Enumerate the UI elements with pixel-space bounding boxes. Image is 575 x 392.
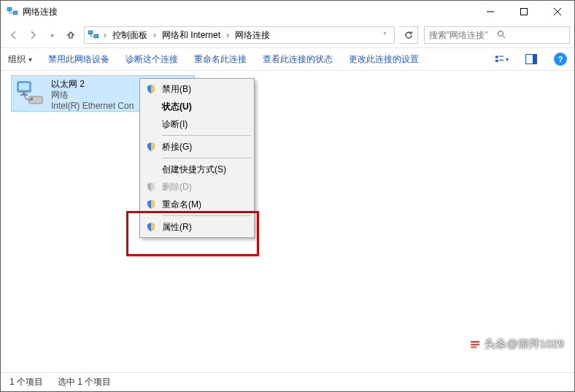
toutiao-icon [468, 338, 482, 351]
change-settings-button[interactable]: 更改此连接的设置 [349, 53, 419, 66]
menu-properties[interactable]: 属性(R) [142, 218, 252, 236]
connection-network: 网络 [51, 90, 134, 101]
svg-rect-19 [471, 341, 479, 343]
svg-rect-6 [495, 56, 498, 58]
chevron-right-icon[interactable]: › [102, 30, 108, 40]
search-icon [497, 30, 565, 41]
shield-icon [146, 142, 156, 152]
status-selected-count: 选中 1 个项目 [58, 376, 111, 388]
svg-rect-20 [471, 344, 479, 345]
svg-rect-9 [499, 60, 503, 61]
connection-adapter: Intel(R) Ethernet Con [51, 101, 134, 112]
shield-icon [146, 199, 156, 210]
svg-rect-0 [7, 7, 12, 11]
menu-rename[interactable]: 重命名(M) [142, 196, 252, 213]
svg-rect-21 [471, 346, 476, 347]
breadcrumb-network-connections[interactable]: 网络连接 [234, 29, 271, 42]
svg-rect-14 [23, 92, 26, 94]
recent-locations-button[interactable]: ▾ [43, 26, 61, 44]
search-placeholder: 搜索"网络连接" [429, 29, 497, 42]
shield-icon [146, 182, 156, 192]
svg-rect-8 [495, 60, 498, 62]
svg-rect-11 [533, 55, 537, 64]
svg-rect-13 [19, 83, 29, 90]
menu-delete: 删除(D) [142, 178, 252, 196]
breadcrumb-network-internet[interactable]: 网络和 Internet [161, 29, 222, 42]
menu-status[interactable]: 状态(U) [142, 98, 252, 115]
maximize-button[interactable] [507, 1, 541, 23]
command-bar: 组织 ▾ 禁用此网络设备 诊断这个连接 重命名此连接 查看此连接的状态 更改此连… [1, 47, 574, 71]
refresh-button[interactable] [399, 26, 418, 44]
menu-disable[interactable]: 禁用(B) [142, 80, 252, 98]
svg-rect-7 [499, 56, 503, 57]
content-area: 以太网 2 网络 Intel(R) Ethernet Con 禁用(B) 状态(… [1, 71, 574, 373]
svg-rect-2 [521, 9, 528, 15]
disable-device-button[interactable]: 禁用此网络设备 [48, 53, 109, 66]
diagnose-connection-button[interactable]: 诊断这个连接 [126, 53, 178, 66]
menu-create-shortcut[interactable]: 创建快捷方式(S) [142, 161, 252, 178]
svg-rect-3 [88, 31, 93, 34]
menu-separator [162, 135, 251, 136]
menu-separator [162, 158, 251, 158]
location-icon [88, 29, 99, 41]
menu-separator [162, 215, 251, 216]
view-options-button[interactable]: ▾ [495, 53, 509, 66]
minimize-button[interactable] [474, 1, 507, 23]
address-bar[interactable]: › 控制面板 › 网络和 Internet › 网络连接 ˅ [84, 26, 395, 44]
address-dropdown-button[interactable]: ˅ [378, 31, 391, 39]
watermark: 头条@崇拜1029 [468, 337, 564, 351]
breadcrumb-control-panel[interactable]: 控制面板 [111, 29, 149, 42]
rename-connection-button[interactable]: 重命名此连接 [194, 53, 247, 66]
nav-row: ▾ › 控制面板 › 网络和 Internet › 网络连接 ˅ 搜索"网络连接… [1, 23, 574, 47]
title-bar: 网络连接 [1, 1, 574, 23]
close-button[interactable] [541, 1, 574, 23]
svg-rect-1 [13, 11, 18, 15]
ethernet-adapter-icon [16, 79, 45, 108]
forward-button[interactable] [24, 26, 42, 44]
menu-bridge[interactable]: 桥接(G) [142, 138, 252, 155]
svg-rect-4 [94, 34, 99, 38]
organize-menu[interactable]: 组织 ▾ [8, 53, 32, 66]
context-menu: 禁用(B) 状态(U) 诊断(I) 桥接(G) 创建快捷方式(S) 删除(D) … [139, 78, 255, 238]
connection-name: 以太网 2 [51, 79, 134, 90]
status-bar: 1 个项目 选中 1 个项目 [1, 372, 574, 391]
network-connections-icon [7, 6, 18, 18]
up-button[interactable] [62, 26, 80, 44]
view-status-button[interactable]: 查看此连接的状态 [263, 53, 333, 66]
help-button[interactable]: ? [554, 53, 567, 66]
back-button[interactable] [5, 26, 23, 44]
search-input[interactable]: 搜索"网络连接" [424, 26, 570, 44]
window-title: 网络连接 [23, 6, 474, 18]
svg-point-5 [498, 31, 503, 36]
preview-pane-button[interactable] [525, 53, 538, 66]
shield-icon [146, 222, 156, 232]
status-item-count: 1 个项目 [9, 376, 43, 388]
chevron-right-icon[interactable]: › [225, 30, 231, 40]
menu-diagnose[interactable]: 诊断(I) [142, 115, 252, 133]
svg-rect-15 [20, 94, 28, 96]
window-controls [474, 1, 574, 23]
chevron-right-icon[interactable]: › [152, 30, 158, 40]
connection-labels: 以太网 2 网络 Intel(R) Ethernet Con [51, 79, 134, 112]
shield-icon [146, 84, 156, 94]
